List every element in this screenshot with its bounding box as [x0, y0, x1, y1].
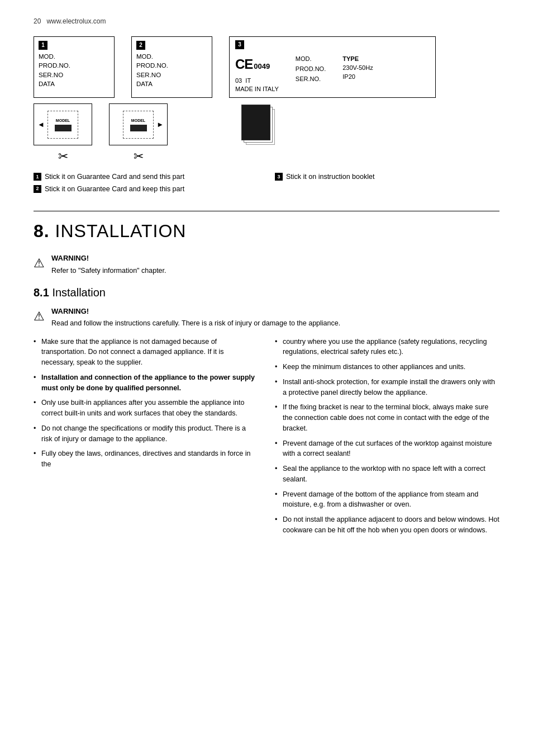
bullet-right-2: Keep the minimum distances to other appl… [275, 362, 499, 372]
website: www.electrolux.com [46, 17, 106, 25]
bullet-right-1: country where you use the appliance (saf… [275, 337, 499, 358]
label-item-2: 2 Stick it on Guarantee Card and keep th… [34, 185, 258, 195]
bullet-right-3: Install anti-shock protection, for examp… [275, 377, 499, 398]
ce-mark: CE 0049 [235, 55, 279, 74]
col-right: country where you use the appliance (saf… [275, 337, 499, 540]
card1-mod: MOD. [39, 52, 110, 61]
bullet-left-2: Installation and connection of the appli… [34, 372, 258, 394]
subsection-81-num: 8.1 [34, 286, 49, 299]
card2-data: DATA [136, 79, 207, 88]
label-item-3: 3 Stick it on instruction booklet [275, 172, 499, 182]
arrow-right-2: ► [156, 119, 164, 130]
warning-icon-1: ⚠ [34, 254, 45, 272]
warning-text-1: WARNING! Refer to "Safety information" c… [51, 253, 166, 276]
sticker-diagram-3 [240, 103, 279, 148]
card2-mod: MOD. [136, 52, 207, 61]
model-label-1: MODEL [56, 118, 70, 124]
warning-icon-2: ⚠ [34, 308, 45, 325]
col-left: Make sure that the appliance is not dama… [34, 337, 258, 540]
label-text-1: Stick it on Guarantee Card and send this… [45, 172, 184, 182]
card1-prod: PROD.NO. [39, 61, 110, 70]
ce-right-fields: MOD. PROD.NO. SER.NO. [296, 55, 326, 94]
page-number: 20 [34, 17, 41, 25]
badge-1: 1 [39, 41, 47, 50]
bullet-right-7: Prevent damage of the bottom of the appl… [275, 489, 499, 511]
scissors-2: ✂ [134, 148, 144, 166]
model-label-2: MODEL [131, 118, 145, 124]
num-sq-1: 1 [34, 173, 41, 181]
sticker-top-row: 1 MOD. PROD.NO. SER.NO DATA 2 MOD. PROD.… [34, 36, 499, 98]
warning-block-2: ⚠ WARNING! Read and follow the instructi… [34, 306, 499, 329]
card1-data: DATA [39, 79, 110, 88]
card1-ser: SER.NO [39, 70, 110, 79]
ce-row1: 03 IT [235, 77, 279, 86]
bullet-right-6: Seal the appliance to the worktop with n… [275, 464, 499, 485]
bullet-right-5: Prevent damage of the cut surfaces of th… [275, 438, 499, 460]
sticker-card-1: 1 MOD. PROD.NO. SER.NO DATA [34, 36, 115, 98]
bullet-left-3: Only use built-in appliances after you a… [34, 398, 258, 419]
ce-top: CE 0049 03 IT MADE IN ITALY MOD. PROD.NO… [235, 55, 430, 94]
inner-box-2: MODEL [123, 111, 154, 139]
warning-label-2: WARNING! [51, 306, 340, 317]
section-8-num: 8. [34, 221, 50, 241]
ce-serno: SER.NO. [296, 75, 326, 84]
label-text-2: Stick it on Guarantee Card and keep this… [45, 185, 184, 195]
warning-desc-2: Read and follow the instructions careful… [51, 318, 340, 328]
bullet-right-4: If the fixing bracket is near to the ter… [275, 402, 499, 433]
labels-row: 1 Stick it on Guarantee Card and send th… [34, 172, 499, 194]
two-col-content: Make sure that the appliance is not dama… [34, 337, 499, 540]
sticker-card-2: 2 MOD. PROD.NO. SER.NO DATA [131, 36, 212, 98]
label-block-right: 3 Stick it on instruction booklet [275, 172, 499, 182]
warning-text-2: WARNING! Read and follow the instruction… [51, 306, 340, 329]
label-item-1: 1 Stick it on Guarantee Card and send th… [34, 172, 258, 182]
bullet-left-1: Make sure that the appliance is not dama… [34, 337, 258, 368]
arrow-left-1: ◄ [37, 119, 45, 130]
num-sq-2: 2 [34, 185, 41, 193]
bullet-left-5: Fully obey the laws, ordinances, directi… [34, 448, 258, 470]
sticker-card-3: 3 CE 0049 03 IT MADE IN ITALY MOD. PROD.… [229, 36, 436, 98]
ce-type-block: TYPE 230V-50Hz IP20 [342, 55, 373, 94]
outer-box-2: MODEL ► [109, 103, 168, 145]
header: 20 www.electrolux.com [34, 17, 499, 26]
section-8-title: 8. INSTALLATION [34, 211, 499, 244]
ce-mod: MOD. [296, 55, 326, 64]
ce-prodno: PROD.NO. [296, 65, 326, 74]
outer-box-1: MODEL ◄ [34, 103, 92, 145]
warning-block-1: ⚠ WARNING! Refer to "Safety information"… [34, 253, 499, 276]
label-block-left: 1 Stick it on Guarantee Card and send th… [34, 172, 258, 194]
badge-3-top: 3 [235, 40, 244, 49]
ce-made: MADE IN ITALY [235, 85, 279, 94]
card2-prod: PROD.NO. [136, 61, 207, 70]
inner-box-1: MODEL [47, 111, 78, 139]
warning-desc-1: Refer to "Safety information" chapter. [51, 266, 166, 276]
warning-label-1: WARNING! [51, 253, 166, 264]
sticker-diagram-2: MODEL ► ✂ [109, 103, 168, 166]
model-bar-2 [130, 125, 147, 131]
bullet-right-8: Do not install the appliance adjacent to… [275, 514, 499, 536]
sticker-diagram-row: MODEL ◄ ✂ MODEL ► ✂ [34, 103, 499, 166]
subsection-81-heading: Installation [52, 286, 106, 299]
sticker-diagram-1: MODEL ◄ ✂ [34, 103, 92, 166]
ce-ip: IP20 [342, 73, 373, 82]
num-sq-3: 3 [275, 173, 283, 181]
model-bar-1 [55, 125, 72, 131]
ce-voltage: 230V-50Hz [342, 64, 373, 73]
bullet-list-right: country where you use the appliance (saf… [275, 337, 499, 536]
section-8-heading: INSTALLATION [55, 221, 187, 241]
ce-type-label: TYPE [342, 55, 373, 64]
pages-stack [240, 103, 279, 148]
bullet-left-4: Do not change the specifications or modi… [34, 423, 258, 445]
bullet-list-left: Make sure that the appliance is not dama… [34, 337, 258, 470]
subsection-81-title: 8.1 Installation [34, 285, 499, 301]
page-sheet-front [241, 105, 270, 140]
sticker-section: 1 MOD. PROD.NO. SER.NO DATA 2 MOD. PROD.… [34, 36, 499, 194]
badge-2: 2 [136, 41, 145, 50]
label-text-3: Stick it on instruction booklet [286, 172, 374, 182]
scissors-1: ✂ [58, 148, 68, 166]
ce-number: 0049 [254, 62, 270, 72]
card2-ser: SER.NO [136, 70, 207, 79]
